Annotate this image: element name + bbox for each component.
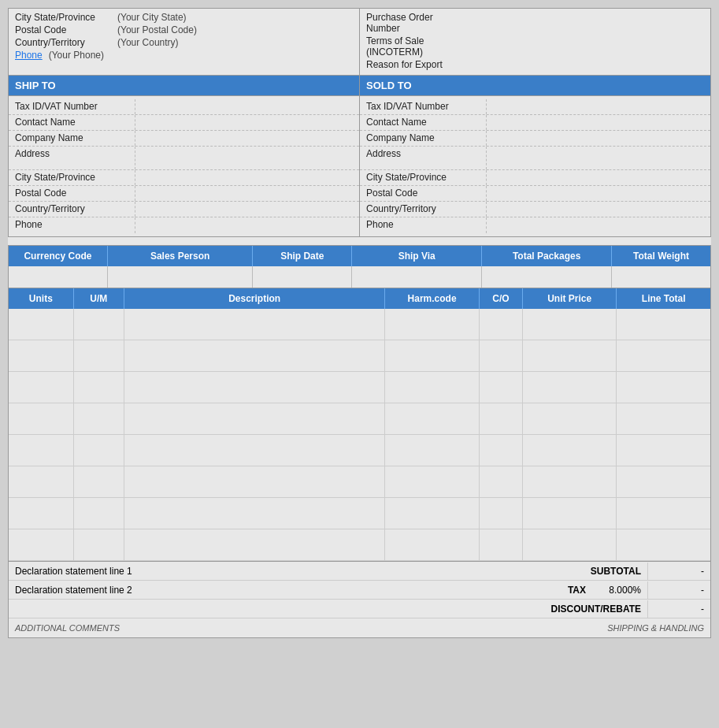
city-state-label: City State/Province [15, 12, 117, 23]
ship-country-label: Country/Territory [9, 202, 135, 217]
ship-taxid-label: Tax ID/VAT Number [9, 99, 135, 114]
sold-phone-row: Phone [360, 217, 710, 233]
item-unitprice [523, 466, 617, 497]
item-co [480, 340, 523, 371]
sold-postal-row: Postal Code [360, 186, 710, 202]
item-linetotal [617, 466, 710, 497]
sold-city-value [486, 170, 710, 185]
postal-value: (Your Postal Code) [117, 24, 197, 35]
item-desc [124, 372, 385, 403]
info-row-city: City State/Province (Your City State) [15, 12, 353, 23]
item-linetotal [617, 309, 710, 340]
item-um [74, 309, 124, 340]
info-row-po: Purchase Order Number [366, 12, 704, 34]
sold-taxid-value [486, 99, 710, 114]
items-header-um: U/M [74, 288, 124, 309]
terms-label: Terms of Sale (INCOTERM) [366, 35, 469, 58]
item-co [480, 309, 523, 340]
item-unitprice [523, 372, 617, 403]
bottom-row: ADDITIONAL COMMENTS SHIPPING & HANDLING [9, 618, 710, 637]
ship-city-value [135, 170, 359, 185]
ship-address-row: Address [9, 147, 359, 170]
items-header-desc: Description [124, 288, 385, 309]
item-units [9, 372, 74, 403]
item-co [480, 403, 523, 434]
shipment-shipdate-value [253, 266, 352, 288]
subtotal-value: - [647, 563, 710, 580]
phone-value: (Your Phone) [49, 50, 104, 61]
item-unitprice [523, 435, 617, 466]
sold-taxid-label: Tax ID/VAT Number [360, 99, 486, 114]
top-info-section: City State/Province (Your City State) Po… [8, 8, 711, 75]
shipment-header-packages: Total Packages [482, 246, 612, 266]
ship-country-value [135, 202, 359, 217]
city-state-value: (Your City State) [117, 12, 187, 23]
item-harm [385, 466, 480, 497]
gap1 [8, 237, 711, 245]
po-label: Purchase Order Number [366, 12, 469, 34]
ship-address-value [135, 147, 359, 169]
sold-postal-value [486, 186, 710, 201]
item-harm [385, 340, 480, 371]
item-linetotal [617, 403, 710, 434]
item-um [74, 498, 124, 529]
item-co [480, 466, 523, 497]
ship-company-value [135, 131, 359, 146]
item-desc [124, 466, 385, 497]
sold-company-row: Company Name [360, 131, 710, 147]
ship-address-label: Address [9, 147, 135, 169]
shipment-shipvia-value [352, 266, 482, 288]
discount-area [9, 606, 490, 612]
sold-contact-row: Contact Name [360, 115, 710, 131]
info-row-phone: Phone (Your Phone) [15, 50, 353, 61]
shipping-handling-label: SHIPPING & HANDLING [601, 620, 710, 636]
item-co [480, 529, 523, 560]
item-unitprice [523, 340, 617, 371]
declaration-line1: Declaration statement line 1 [9, 563, 490, 580]
phone-link[interactable]: Phone [15, 50, 43, 61]
item-units [9, 403, 74, 434]
ship-postal-value [135, 186, 359, 201]
sold-contact-label: Contact Name [360, 115, 486, 130]
ship-city-row: City State/Province [9, 170, 359, 186]
additional-comments-label: ADDITIONAL COMMENTS [9, 620, 126, 636]
postal-label: Postal Code [15, 24, 117, 35]
item-row [9, 309, 710, 340]
item-row [9, 435, 710, 466]
line-items-table: Units U/M Description Harm.code C/O Unit… [8, 288, 711, 562]
item-um [74, 340, 124, 371]
country-label: Country/Territory [15, 37, 117, 48]
items-header-unitprice: Unit Price [523, 288, 617, 309]
shipment-weight-value [612, 266, 710, 288]
sold-to-col: Tax ID/VAT Number Contact Name Company N… [360, 96, 710, 236]
sold-country-value [486, 202, 710, 217]
item-row [9, 466, 710, 498]
item-row [9, 372, 710, 403]
item-linetotal [617, 529, 710, 560]
items-header-units: Units [9, 288, 74, 309]
item-co [480, 435, 523, 466]
declaration-line2: Declaration statement line 2 [9, 581, 435, 599]
page: City State/Province (Your City State) Po… [8, 8, 711, 638]
info-row-reason: Reason for Export [366, 59, 704, 70]
shipment-header-currency: Currency Code [9, 246, 108, 266]
sold-phone-label: Phone [360, 217, 486, 233]
ship-phone-label: Phone [9, 217, 135, 233]
item-harm [385, 498, 480, 529]
ship-postal-row: Postal Code [9, 186, 359, 202]
item-um [74, 435, 124, 466]
sold-country-label: Country/Territory [360, 202, 486, 217]
tax-value: - [647, 581, 710, 599]
ship-phone-value [135, 217, 359, 233]
item-co [480, 498, 523, 529]
sold-postal-label: Postal Code [360, 186, 486, 201]
ship-sold-headers: SHIP TO SOLD TO [8, 75, 711, 95]
ship-to-col: Tax ID/VAT Number Contact Name Company N… [9, 96, 360, 236]
item-desc [124, 435, 385, 466]
item-units [9, 498, 74, 529]
sold-address-value [486, 147, 710, 169]
item-units [9, 435, 74, 466]
info-row-terms: Terms of Sale (INCOTERM) [366, 35, 704, 58]
discount-value: - [647, 600, 710, 618]
ship-sold-content: Tax ID/VAT Number Contact Name Company N… [8, 95, 711, 237]
